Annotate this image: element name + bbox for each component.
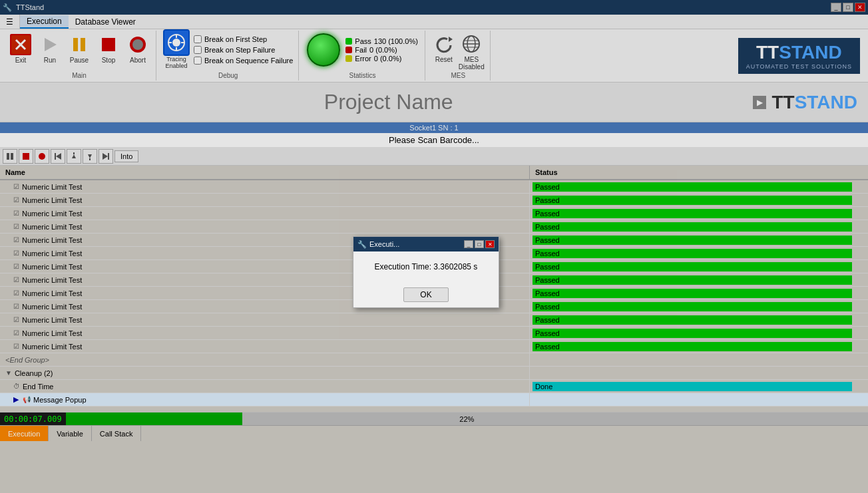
- dialog-message: Execution Time: 3.3602085 s: [375, 262, 478, 271]
- dialog-maximize-button[interactable]: □: [475, 240, 484, 248]
- dialog-controls: _ □ ✕: [464, 240, 495, 248]
- dialog-minimize-button[interactable]: _: [464, 240, 473, 248]
- dialog-title: Executi...: [369, 240, 399, 248]
- dialog-body: Execution Time: 3.3602085 s: [353, 251, 499, 282]
- dialog-title-bar: 🔧 Executi... _ □ ✕: [353, 237, 499, 251]
- dialog-footer: OK: [353, 282, 499, 307]
- dialog-icon: 🔧: [357, 240, 367, 249]
- execution-time-dialog: 🔧 Executi... _ □ ✕ Execution Time: 3.360…: [353, 236, 499, 308]
- dialog-overlay: 🔧 Executi... _ □ ✕ Execution Time: 3.360…: [0, 0, 868, 493]
- dialog-close-button[interactable]: ✕: [485, 240, 495, 248]
- ok-button[interactable]: OK: [403, 287, 448, 302]
